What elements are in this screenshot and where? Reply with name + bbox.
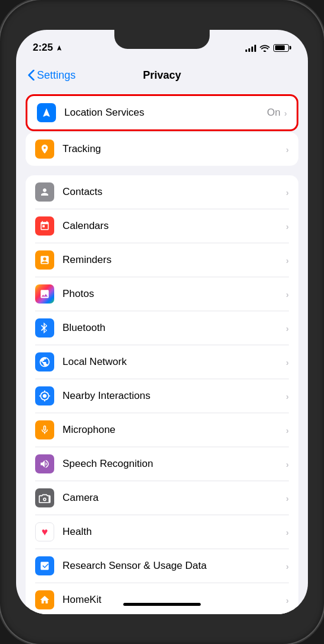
battery-icon xyxy=(273,44,291,52)
health-heart-icon: ♥ xyxy=(42,526,48,538)
reminders-icon xyxy=(35,250,54,270)
research-icon xyxy=(35,556,54,575)
local-network-chevron: › xyxy=(286,357,289,367)
local-network-icon xyxy=(35,352,54,371)
microphone-icon xyxy=(35,420,54,439)
research-chevron: › xyxy=(286,561,289,571)
camera-icon-svg xyxy=(39,493,51,503)
reminders-label: Reminders xyxy=(63,254,286,266)
bluetooth-label: Bluetooth xyxy=(63,322,286,334)
nearby-interactions-icon xyxy=(35,386,54,405)
contacts-label: Contacts xyxy=(63,186,286,198)
camera-icon xyxy=(35,488,54,507)
photos-chevron: › xyxy=(286,289,289,299)
calendars-icon xyxy=(35,216,54,236)
local-network-row[interactable]: Local Network › xyxy=(35,345,289,379)
notch xyxy=(114,30,210,49)
contacts-icon xyxy=(35,182,54,202)
reminders-icon-svg xyxy=(39,255,50,265)
bluetooth-chevron: › xyxy=(286,323,289,333)
nearby-interactions-chevron: › xyxy=(286,391,289,401)
contacts-row[interactable]: Contacts › xyxy=(35,175,289,209)
content-area: Location Services On › Tracking › xyxy=(16,89,308,614)
microphone-row[interactable]: Microphone › xyxy=(35,413,289,447)
microphone-icon-svg xyxy=(39,424,50,436)
contacts-chevron: › xyxy=(286,187,289,197)
speech-recognition-row[interactable]: Speech Recognition › xyxy=(35,447,289,481)
health-icon: ♥ xyxy=(35,522,54,541)
reminders-chevron: › xyxy=(286,255,289,265)
research-icon-svg xyxy=(39,561,50,571)
nav-bar: Settings Privacy xyxy=(16,61,308,89)
location-services-chevron: › xyxy=(284,108,287,118)
homekit-row[interactable]: HomeKit › xyxy=(35,583,289,614)
health-label: Health xyxy=(63,526,286,538)
photos-row[interactable]: Photos › xyxy=(35,277,289,311)
location-services-label: Location Services xyxy=(64,107,267,119)
speech-recognition-icon xyxy=(35,454,54,473)
local-network-label: Local Network xyxy=(63,356,286,368)
location-status-icon xyxy=(56,45,63,51)
photos-label: Photos xyxy=(63,288,286,300)
bluetooth-icon xyxy=(35,318,54,338)
nearby-interactions-label: Nearby Interactions xyxy=(63,390,286,402)
phone-shell: 2:25 xyxy=(0,0,324,644)
microphone-chevron: › xyxy=(286,425,289,435)
local-network-icon-svg xyxy=(39,356,51,368)
bluetooth-row[interactable]: Bluetooth › xyxy=(35,311,289,345)
location-services-group: Location Services On › xyxy=(26,94,298,131)
research-row[interactable]: Research Sensor & Usage Data › xyxy=(35,549,289,583)
camera-row[interactable]: Camera › xyxy=(35,481,289,515)
calendars-icon-svg xyxy=(39,221,50,231)
arrow-icon xyxy=(41,107,52,118)
status-icons xyxy=(245,44,291,52)
bluetooth-icon-svg xyxy=(40,322,49,334)
phone-screen: 2:25 xyxy=(16,30,308,614)
back-button[interactable]: Settings xyxy=(28,69,76,82)
health-chevron: › xyxy=(286,527,289,537)
camera-label: Camera xyxy=(63,492,286,504)
tracking-icon-svg xyxy=(39,144,50,154)
calendars-row[interactable]: Calendars › xyxy=(35,209,289,243)
wifi-icon xyxy=(260,44,270,52)
tracking-icon xyxy=(35,140,54,159)
location-services-icon xyxy=(37,103,56,122)
privacy-settings-group: Contacts › Calendars › xyxy=(26,175,298,614)
tracking-row[interactable]: Tracking › xyxy=(35,132,289,166)
nearby-interactions-icon-svg xyxy=(39,390,51,402)
home-indicator xyxy=(123,603,201,606)
microphone-label: Microphone xyxy=(63,424,286,436)
signal-icon xyxy=(245,44,256,52)
photos-icon xyxy=(35,284,54,304)
research-label: Research Sensor & Usage Data xyxy=(63,560,286,572)
homekit-icon xyxy=(35,590,54,609)
location-services-value: On xyxy=(267,107,281,119)
calendars-chevron: › xyxy=(286,221,289,231)
back-label: Settings xyxy=(37,69,76,82)
contacts-icon-svg xyxy=(39,187,50,197)
speech-recognition-chevron: › xyxy=(286,459,289,469)
camera-chevron: › xyxy=(286,493,289,503)
speech-recognition-icon-svg xyxy=(39,459,50,469)
homekit-chevron: › xyxy=(286,595,289,605)
page-title: Privacy xyxy=(143,69,181,82)
nearby-interactions-row[interactable]: Nearby Interactions › xyxy=(35,379,289,413)
tracking-chevron: › xyxy=(286,144,289,154)
speech-recognition-label: Speech Recognition xyxy=(63,458,286,470)
calendars-label: Calendars xyxy=(63,220,286,232)
location-services-row[interactable]: Location Services On › xyxy=(37,96,287,129)
health-row[interactable]: ♥ Health › xyxy=(35,515,289,549)
back-chevron-icon xyxy=(28,70,35,80)
status-time: 2:25 xyxy=(33,42,53,54)
tracking-group: Tracking › xyxy=(26,132,298,166)
homekit-icon-svg xyxy=(39,595,50,605)
tracking-label: Tracking xyxy=(63,143,286,155)
photos-icon-svg xyxy=(39,289,50,299)
reminders-row[interactable]: Reminders › xyxy=(35,243,289,277)
